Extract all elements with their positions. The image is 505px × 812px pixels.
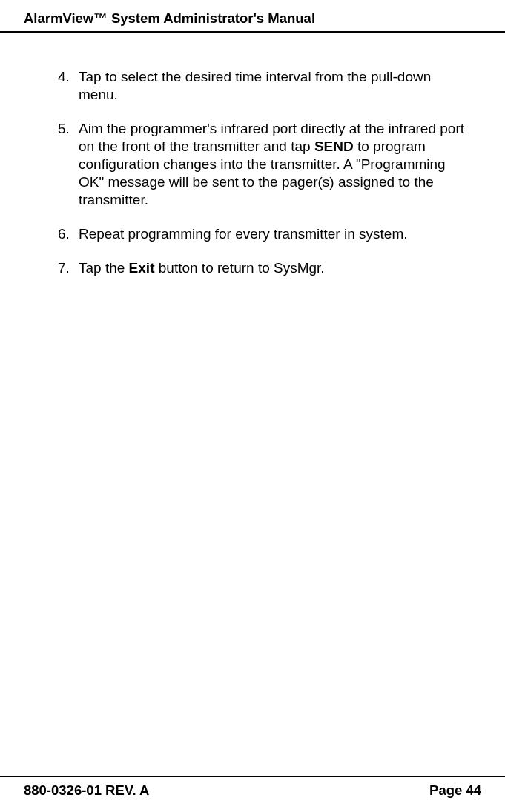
list-body: Tap to select the desired time interval … <box>79 68 468 104</box>
list-item: 4. Tap to select the desired time interv… <box>43 68 468 104</box>
text-run: Repeat programming for every transmitter… <box>79 226 408 242</box>
text-run-bold: SEND <box>314 139 354 154</box>
text-run-bold: Exit <box>129 260 155 276</box>
header-title: AlarmView™ System Administrator's Manual <box>24 10 481 27</box>
list-item: 5. Aim the programmer's infrared port di… <box>43 120 468 209</box>
list-body: Repeat programming for every transmitter… <box>79 225 468 243</box>
page-content: 4. Tap to select the desired time interv… <box>0 33 505 276</box>
list-body: Aim the programmer's infrared port direc… <box>79 120 468 209</box>
page-footer: 880-0326-01 REV. A Page 44 <box>0 776 505 799</box>
list-number: 4. <box>43 68 79 104</box>
text-run: Tap the <box>79 260 129 276</box>
text-run: Tap to select the desired time interval … <box>79 69 431 102</box>
list-body: Tap the Exit button to return to SysMgr. <box>79 259 468 277</box>
footer-right: Page 44 <box>429 782 481 799</box>
list-number: 5. <box>43 120 79 209</box>
list-number: 6. <box>43 225 79 243</box>
text-run: button to return to SysMgr. <box>154 260 324 276</box>
page-header: AlarmView™ System Administrator's Manual <box>0 0 505 33</box>
footer-left: 880-0326-01 REV. A <box>24 782 149 799</box>
list-item: 7. Tap the Exit button to return to SysM… <box>43 259 468 277</box>
list-item: 6. Repeat programming for every transmit… <box>43 225 468 243</box>
list-number: 7. <box>43 259 79 277</box>
